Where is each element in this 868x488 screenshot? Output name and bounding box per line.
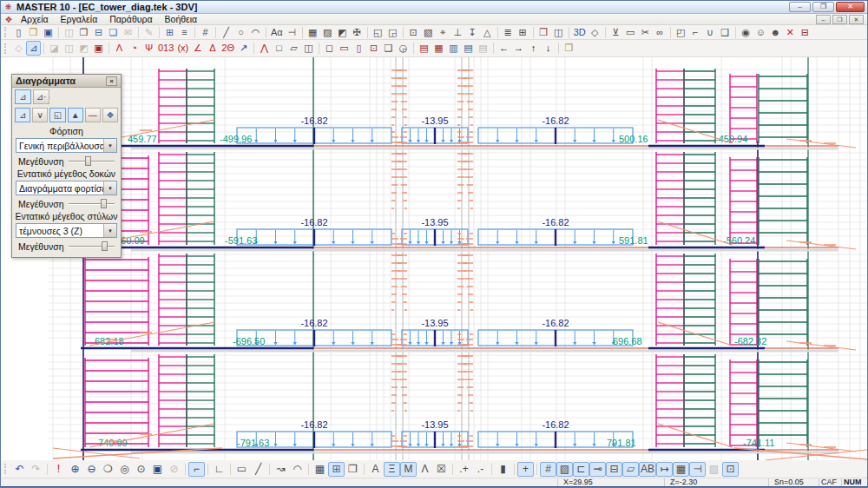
ortho-icon[interactable]: ∟ [211, 462, 227, 477]
zoom-previous-icon[interactable]: ⊘ [166, 462, 182, 477]
snap-raster-icon[interactable]: ▨ [556, 462, 573, 477]
member-icon[interactable]: ◩ [335, 26, 350, 39]
align-icon[interactable]: ⊣ [285, 26, 299, 39]
package-icon[interactable]: ◫ [62, 26, 76, 39]
support-2-icon[interactable]: ⊻ [608, 26, 623, 39]
print-preview-icon[interactable]: ❏ [106, 26, 121, 39]
displacement-icon[interactable]: 013 [156, 41, 175, 56]
user-icon[interactable]: ☺ [753, 26, 768, 39]
tools-icon[interactable]: ✠ [350, 26, 365, 39]
snap-table-icon[interactable]: ▦ [673, 462, 689, 477]
beam-section-icon[interactable]: ▭ [623, 26, 638, 39]
list-add-icon[interactable]: ⊞ [162, 26, 177, 39]
text-l-icon[interactable]: Λ [417, 462, 433, 477]
sphere-icon[interactable]: ◶ [396, 41, 411, 56]
select-region-icon[interactable]: ◇ [11, 41, 26, 56]
roof-icon[interactable]: △ [480, 26, 495, 39]
zoom-out-icon[interactable]: ⊖ [83, 462, 100, 477]
restore-button[interactable]: ❐ [812, 2, 834, 12]
print-icon[interactable]: ⊟ [91, 26, 106, 39]
new-icon[interactable]: ▯ [11, 26, 26, 39]
angle-icon[interactable]: ◠ [289, 462, 306, 477]
snap-end-icon[interactable]: ⊏ [573, 462, 589, 477]
close-button[interactable]: ✕ [836, 2, 865, 12]
point-minus-icon[interactable]: .- [472, 462, 489, 477]
palette-close-icon[interactable]: × [106, 76, 117, 86]
graph-a-icon[interactable]: ◪ [47, 41, 62, 56]
zoom-window-icon[interactable]: ❍ [100, 462, 116, 477]
region-hatch-icon[interactable]: ▧ [421, 26, 436, 39]
list-icon[interactable]: ≡ [177, 26, 192, 39]
snap-mid-icon[interactable]: ⊸ [589, 462, 606, 477]
link-btn[interactable]: — [85, 108, 101, 122]
toolbar-grip[interactable] [4, 43, 8, 54]
node-forces-icon[interactable]: Ψ [141, 41, 156, 56]
snap-perp-icon[interactable]: ⊣ [689, 462, 706, 477]
snap-quad-icon[interactable]: ▱ [622, 462, 639, 477]
table-5-icon[interactable]: ▤ [476, 41, 490, 56]
hatch-icon[interactable]: ▨ [320, 26, 335, 39]
properties-2-icon[interactable]: ◲ [385, 26, 400, 39]
arrow-down-icon[interactable]: ↓ [541, 41, 556, 56]
snap-text-icon[interactable]: AB [639, 462, 656, 477]
arrow-right-icon[interactable]: → [511, 41, 526, 56]
save-view-icon[interactable]: ▣ [91, 41, 106, 56]
column-diagrams-btn[interactable]: ∨ [32, 108, 48, 122]
vector-icon[interactable]: ↗ [236, 41, 251, 56]
box-icon[interactable]: ◫ [301, 41, 316, 56]
axial-diagrams-btn[interactable]: ▲ [68, 108, 83, 122]
monitor-icon[interactable]: ⊡ [366, 41, 381, 56]
point-plus-icon[interactable]: .+ [456, 462, 472, 477]
measure-icon[interactable]: ↝ [273, 462, 289, 477]
envelope-zoom-slider[interactable] [69, 155, 115, 167]
user-2-icon[interactable]: ☻ [768, 26, 783, 39]
section-3-icon[interactable]: ▯ [352, 41, 366, 56]
chevron-down-icon[interactable]: ▼ [103, 224, 116, 237]
arrow-up-icon[interactable]: ↑ [526, 41, 541, 56]
rotation-icon[interactable]: ◔ [127, 41, 141, 56]
view-u-icon[interactable]: ∪ [703, 26, 718, 39]
zoom-region-icon[interactable]: ⊡ [406, 26, 421, 39]
cut-icon[interactable]: ✂ [638, 26, 653, 39]
note-icon[interactable]: ❑ [381, 41, 396, 56]
edit-pencil-icon[interactable]: ✎ [141, 26, 156, 39]
load-case-select[interactable]: Γενική περιβάλλουσα ▼ [16, 138, 117, 153]
snap-hatch-icon[interactable]: ▨ [706, 462, 722, 477]
save-icon[interactable]: ▣ [41, 26, 56, 39]
frame-icon[interactable]: ◫ [551, 26, 566, 39]
polyline-icon[interactable]: ╱ [250, 462, 266, 477]
mdi-close-button[interactable]: ✕ [849, 15, 864, 24]
mesh-icon[interactable]: ◇ [588, 26, 602, 39]
support-icon[interactable]: ⊥ [450, 26, 465, 39]
view-corner-icon[interactable]: ⌐ [688, 26, 703, 39]
open-diagram-icon[interactable]: ❒ [562, 41, 576, 56]
cube-icon[interactable]: □ [272, 41, 286, 56]
menu-item-2[interactable]: Παράθυρα [103, 14, 158, 24]
load-icon[interactable]: ↧ [465, 26, 480, 39]
beam-zoom-slider[interactable] [69, 198, 115, 209]
section-1-icon[interactable]: ◻ [322, 41, 337, 56]
toolbar-grip[interactable] [4, 27, 8, 37]
dimension-icon[interactable]: ▭ [233, 462, 250, 477]
chevron-down-icon[interactable]: ▼ [103, 181, 116, 195]
slider-thumb[interactable] [102, 241, 108, 251]
text-a-icon[interactable]: A [367, 462, 384, 477]
clipboard-icon[interactable]: ❒ [536, 26, 551, 39]
mdi-restore-button[interactable]: ❐ [832, 15, 847, 24]
table-grid-icon[interactable]: ⊞ [328, 462, 345, 477]
table-1-icon[interactable]: ▤ [417, 41, 431, 56]
toolbar-grip[interactable] [4, 464, 8, 474]
mouse-icon[interactable]: ▮ [495, 462, 511, 477]
section-2-icon[interactable]: ▭ [337, 41, 352, 56]
storeys-icon[interactable]: ≣ [501, 26, 516, 39]
undo-icon[interactable]: ↶ [11, 462, 28, 477]
drawing-canvas[interactable]: -16.82-13.95-16.82459.77-499.96500.16-45… [1, 57, 868, 460]
minimize-button[interactable]: – [789, 2, 811, 12]
table-4-icon[interactable]: ▤ [461, 41, 476, 56]
graph-b-icon[interactable]: ◫ [62, 41, 76, 56]
crosshair-icon[interactable]: + [517, 462, 534, 477]
stress-delta-icon[interactable]: Δ [205, 41, 220, 56]
threed-view-icon[interactable]: 3D [572, 26, 588, 39]
zoom-extents-icon[interactable]: ▣ [149, 462, 166, 477]
elements-icon[interactable]: ▦ [306, 26, 320, 39]
